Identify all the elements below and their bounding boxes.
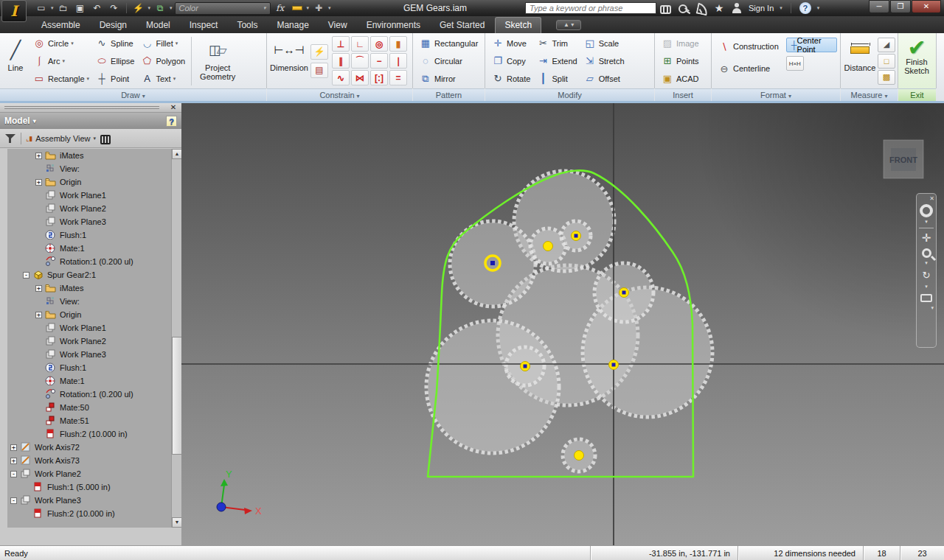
measure-loop-button[interactable]: □ [878,54,895,69]
lock-constraint-icon[interactable]: ▮ [389,36,407,52]
browser-close-icon[interactable]: ✕ [168,103,178,111]
panel-label-insert[interactable]: Insert [655,88,711,101]
equal-constraint-icon[interactable]: = [389,70,407,85]
rotate-button[interactable]: ↻Rotate [488,70,533,88]
coincident-constraint-icon[interactable]: ∟ [351,36,369,52]
tab-environments[interactable]: Environments [358,18,429,33]
help-caret-icon[interactable]: ▾ [817,5,820,11]
ellipse-button[interactable]: ⬭Ellipse [92,52,137,70]
orbit-icon[interactable]: ↻ [923,267,931,284]
help-button[interactable]: ? [799,2,811,14]
tab-model[interactable]: Model [137,18,179,33]
circular-button[interactable]: ◌Circular [416,52,485,70]
update-caret-icon[interactable]: ▾ [148,5,151,11]
update-icon[interactable]: ⚡ [131,1,146,15]
split-button[interactable]: ┃Split [533,70,580,88]
panel-label-modify[interactable]: Modify [485,88,654,101]
minimize-button[interactable]: ─ [869,0,889,13]
tree-item[interactable]: Work Plane1 [7,189,171,202]
gear-center-point[interactable] [575,234,578,238]
plus-tool-icon[interactable]: ✚ [311,1,326,15]
navbar-close-icon[interactable]: ✕ [929,195,934,203]
look-at-icon[interactable] [920,294,932,302]
save-icon[interactable]: ▣ [73,1,88,15]
polygon-button[interactable]: ⬠Polygon [137,52,188,70]
y-axis-label[interactable]: Y [226,469,232,480]
open-file-icon[interactable]: 🗀 [56,1,71,15]
select-caret-icon[interactable]: ▾ [170,5,173,11]
scroll-up-icon[interactable]: ▲ [172,149,182,159]
tree-item[interactable]: -Work Plane3 [7,494,171,507]
zoom-caret-icon[interactable]: ▾ [925,260,928,267]
stretch-button[interactable]: ⇲Stretch [580,52,628,70]
extend-button[interactable]: ⇥Extend [533,52,580,70]
measure-caret-icon[interactable]: ▾ [307,5,310,11]
tree-item[interactable]: Rotation:1 (0.200 ul) [7,388,171,401]
signin-caret-icon[interactable]: ▾ [780,5,782,11]
tree-item[interactable]: +Work Axis73 [7,454,171,467]
tree-item[interactable]: Flush:2 (10.000 in) [7,507,171,520]
center-point-button[interactable]: ┼ Center Point [786,38,837,52]
filter-funnel-icon[interactable] [4,133,16,144]
wheel-caret-icon[interactable]: ▾ [925,219,928,226]
y-axis-arrow-icon[interactable] [221,479,228,486]
browser-header[interactable]: Model▾ ? [0,113,181,129]
tree-item[interactable]: Work Plane3 [7,215,171,228]
find-binoculars-icon[interactable] [100,134,112,143]
tree-item[interactable]: Work Plane2 [7,335,171,348]
dimension-button[interactable]: ⊢↔⊣ Dimension [268,34,310,88]
tree-item[interactable]: +iMates [7,281,171,295]
tab-get-started[interactable]: Get Started [431,18,493,33]
tree-item[interactable]: Flush:1 [7,228,171,242]
steering-wheel-icon[interactable] [920,204,933,217]
line-button[interactable]: ╱ Line [1,34,30,88]
origin-point-icon[interactable] [217,503,226,511]
tree-item[interactable]: View: [7,295,171,308]
scale-button[interactable]: ◱Scale [580,35,628,52]
plus-caret-icon[interactable]: ▾ [328,5,331,11]
offset-button[interactable]: ▱Offset [580,70,628,88]
fillet-button[interactable]: ◡Fillet▾ [137,35,188,52]
tree-item[interactable]: Work Plane3 [7,348,171,361]
close-button[interactable]: ✕ [912,0,941,13]
browser-scrollbar[interactable]: ▲ ▼ [171,149,181,528]
smooth-constraint-icon[interactable]: ∿ [332,70,350,85]
expand-icon[interactable]: + [10,458,17,464]
view-cube-label[interactable]: FRONT [889,155,917,164]
trim-button[interactable]: ✂Trim [533,35,580,52]
construction-button[interactable]: ∖ Construction [715,38,782,55]
tree-item[interactable]: Mate:50 [7,401,171,414]
auto-dimension-button[interactable]: ⚡ [310,44,328,60]
tree-item[interactable]: Mate:51 [7,414,171,427]
gear-center-marker[interactable] [544,242,553,251]
new-caret-icon[interactable]: ▾ [51,5,54,11]
new-file-icon[interactable]: ▭ [34,1,49,15]
constraint-settings-button[interactable]: ▤ [310,63,328,78]
gear-center-marker[interactable] [575,451,584,461]
gear-center-point[interactable] [612,363,616,367]
app-logo-icon[interactable]: I [1,0,27,22]
tangent-constraint-icon[interactable]: ⌒ [351,53,369,69]
tree-item[interactable]: +iMates [7,149,171,162]
measure-angle-button[interactable]: ◢ [878,38,895,52]
subscription-key-icon[interactable] [678,2,690,14]
expand-icon[interactable]: + [35,285,42,292]
expand-icon[interactable]: + [35,312,42,318]
panel-label-pattern[interactable]: Pattern [413,88,485,101]
expand-icon[interactable]: + [35,179,42,186]
panel-label-draw[interactable]: Draw ▾ [0,88,266,101]
collapse-icon[interactable]: - [10,471,17,477]
navbar-menu-caret-icon[interactable]: ▾ [931,305,934,312]
tree-item[interactable]: Mate:1 [7,242,171,255]
text-button[interactable]: AText▾ [137,70,188,88]
panel-label-exit[interactable]: Exit [898,88,936,101]
point-button[interactable]: ┼Point [92,70,137,88]
tree-item[interactable]: Flush:1 [7,361,171,374]
image-button[interactable]: ▨Image [658,35,711,52]
tree-item[interactable]: +Origin [7,308,171,321]
circle-button[interactable]: ◎Circle▾ [30,35,92,52]
tab-manage[interactable]: Manage [268,18,317,33]
orbit-caret-icon[interactable]: ▾ [925,284,928,291]
tab-sketch[interactable]: Sketch [495,17,541,33]
rectangle-button[interactable]: ▭Rectangle▾ [30,70,92,88]
